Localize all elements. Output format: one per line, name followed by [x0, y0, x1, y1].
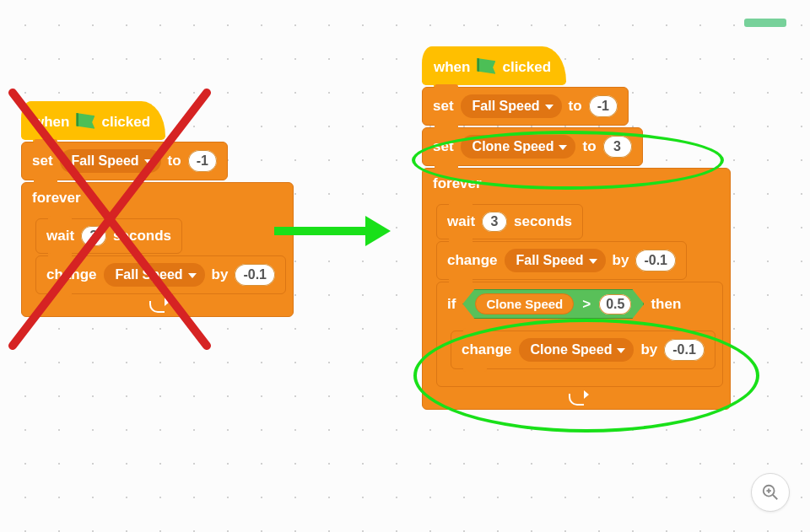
- loop-arrow-icon: [149, 301, 165, 313]
- seconds-label: seconds: [514, 213, 572, 230]
- change-label: change: [462, 341, 512, 358]
- clicked-label: clicked: [101, 114, 150, 131]
- wait-label: wait: [46, 228, 74, 245]
- magnifier-plus-icon: [761, 483, 780, 502]
- change-fall-speed-block[interactable]: change Fall Speed by -0.1: [436, 241, 687, 280]
- wait-block[interactable]: wait 3 seconds: [35, 218, 182, 254]
- number-input[interactable]: -0.1: [664, 339, 705, 361]
- variable-dropdown[interactable]: Fall Speed: [60, 149, 161, 173]
- set-label: set: [433, 98, 454, 115]
- number-input[interactable]: -0.1: [235, 264, 275, 286]
- green-flag-icon: [477, 58, 495, 77]
- when-flag-clicked-block[interactable]: when clicked: [21, 101, 165, 140]
- set-fall-speed-block[interactable]: set Fall Speed to -1: [422, 87, 629, 126]
- left-script: when clicked set Fall Speed to -1 foreve…: [21, 101, 294, 317]
- loop-arrow-icon: [569, 394, 584, 406]
- variable-dropdown[interactable]: Clone Speed: [461, 135, 576, 159]
- to-label: to: [582, 138, 596, 155]
- forever-label: forever: [32, 190, 81, 207]
- seconds-label: seconds: [113, 228, 171, 245]
- when-label: when: [434, 59, 470, 76]
- set-label: set: [32, 153, 53, 169]
- change-clone-speed-block[interactable]: change Clone Speed by -0.1: [451, 330, 716, 369]
- set-fall-speed-block[interactable]: set Fall Speed to -1: [21, 142, 228, 180]
- if-block[interactable]: if Clone Speed > 0.5 then change Clone S…: [436, 282, 723, 387]
- when-flag-clicked-block[interactable]: when clicked: [422, 46, 566, 85]
- forever-block[interactable]: forever wait 3 seconds change Fall Speed…: [422, 168, 731, 410]
- variable-dropdown[interactable]: Fall Speed: [104, 263, 205, 287]
- variable-dropdown[interactable]: Clone Speed: [519, 338, 634, 362]
- forever-label: forever: [433, 175, 482, 192]
- number-input[interactable]: 3: [603, 136, 632, 158]
- to-label: to: [569, 98, 582, 115]
- by-label: by: [212, 266, 229, 283]
- right-script: when clicked set Fall Speed to -1 set Cl…: [422, 46, 731, 410]
- svg-line-3: [773, 495, 778, 500]
- number-input[interactable]: -1: [188, 150, 217, 172]
- to-label: to: [168, 153, 181, 169]
- change-label: change: [46, 266, 97, 283]
- wait-block[interactable]: wait 3 seconds: [436, 204, 583, 239]
- set-label: set: [433, 138, 454, 155]
- greater-than-operator[interactable]: Clone Speed > 0.5: [462, 289, 644, 319]
- forever-block[interactable]: forever wait 3 seconds change Fall Speed…: [21, 182, 294, 317]
- change-fall-speed-block[interactable]: change Fall Speed by -0.1: [35, 255, 286, 294]
- number-input[interactable]: 0.5: [599, 294, 631, 314]
- number-input[interactable]: -0.1: [635, 250, 676, 271]
- by-label: by: [640, 341, 657, 358]
- change-label: change: [447, 252, 498, 269]
- header-accent-bar: [744, 19, 786, 27]
- by-label: by: [613, 252, 629, 269]
- variable-dropdown[interactable]: Fall Speed: [461, 94, 562, 118]
- if-label: if: [447, 296, 456, 313]
- when-label: when: [33, 114, 69, 131]
- variable-dropdown[interactable]: Fall Speed: [505, 249, 606, 272]
- green-arrow-annotation: [274, 214, 392, 248]
- set-clone-speed-block[interactable]: set Clone Speed to 3: [422, 127, 643, 166]
- wait-label: wait: [447, 213, 475, 230]
- variable-reporter[interactable]: Clone Speed: [475, 293, 574, 314]
- then-label: then: [651, 296, 681, 313]
- number-input[interactable]: -1: [589, 95, 618, 117]
- number-input[interactable]: 3: [482, 212, 507, 232]
- number-input[interactable]: 3: [81, 226, 106, 246]
- gt-symbol: >: [582, 296, 591, 313]
- zoom-in-button[interactable]: [751, 473, 790, 512]
- green-flag-icon: [76, 113, 94, 132]
- clicked-label: clicked: [502, 59, 551, 76]
